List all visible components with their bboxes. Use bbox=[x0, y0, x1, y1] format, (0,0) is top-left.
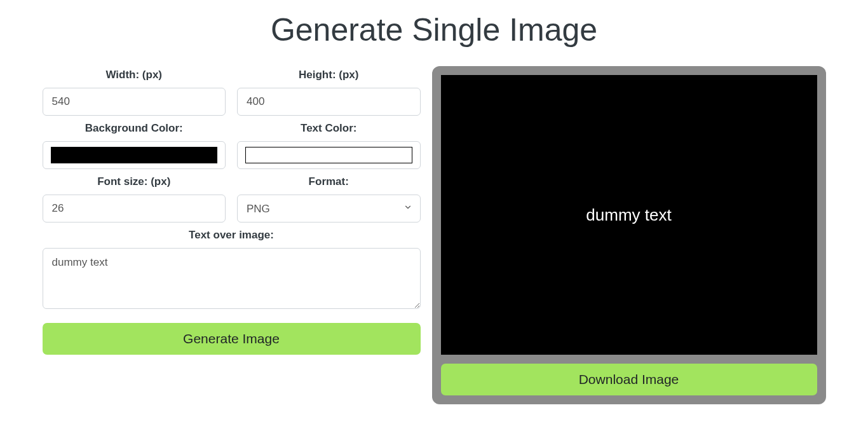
page-title: Generate Single Image bbox=[0, 11, 868, 48]
bgcolor-label: Background Color: bbox=[43, 122, 226, 135]
format-select[interactable]: PNG bbox=[238, 195, 420, 222]
preview-text: dummy text bbox=[586, 205, 671, 225]
fontsize-label: Font size: (px) bbox=[43, 175, 226, 188]
width-input[interactable] bbox=[43, 88, 226, 116]
overlay-label: Text over image: bbox=[43, 229, 421, 242]
bgcolor-swatch[interactable] bbox=[51, 147, 218, 163]
textcolor-label: Text Color: bbox=[237, 122, 421, 135]
generate-button[interactable]: Generate Image bbox=[43, 323, 421, 355]
download-button[interactable]: Download Image bbox=[441, 364, 817, 395]
format-label: Format: bbox=[237, 175, 421, 188]
preview-image: dummy text bbox=[441, 75, 817, 355]
textcolor-swatch[interactable] bbox=[245, 147, 412, 163]
textcolor-field[interactable] bbox=[237, 141, 421, 169]
height-input[interactable] bbox=[237, 88, 421, 116]
form-panel: Width: (px) Height: (px) Background Colo… bbox=[43, 66, 421, 355]
bgcolor-field[interactable] bbox=[43, 141, 226, 169]
fontsize-input[interactable] bbox=[43, 195, 226, 222]
width-label: Width: (px) bbox=[43, 69, 226, 81]
preview-panel: dummy text Download Image bbox=[432, 66, 826, 404]
height-label: Height: (px) bbox=[237, 69, 421, 81]
overlay-textarea[interactable] bbox=[43, 248, 421, 309]
